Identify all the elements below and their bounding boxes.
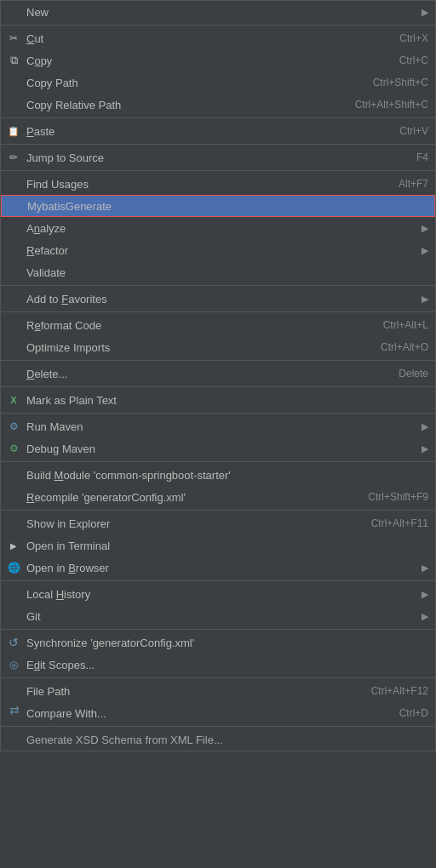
shortcut-delete: Delete bbox=[382, 368, 428, 380]
menu-label-paste: Paste bbox=[26, 125, 382, 138]
shortcut-find-usages: Alt+F7 bbox=[382, 178, 428, 190]
shortcut-reformat-code: Ctrl+Alt+L bbox=[366, 319, 428, 331]
divider-3 bbox=[1, 144, 435, 145]
shortcut-paste: Ctrl+V bbox=[382, 125, 428, 137]
menu-item-open-in-terminal[interactable]: ▶ Open in Terminal bbox=[1, 534, 435, 557]
menu-label-reformat-code: Reformat Code bbox=[26, 319, 366, 332]
pencil-icon: ✏ bbox=[6, 150, 21, 165]
compare-icon: ⇅ bbox=[6, 705, 21, 721]
divider-8 bbox=[1, 386, 435, 387]
menu-item-compare-with[interactable]: ⇅ Compare With... Ctrl+D bbox=[1, 702, 435, 724]
divider-13 bbox=[1, 629, 435, 630]
menu-item-refactor[interactable]: Refactor ▶ bbox=[1, 239, 435, 261]
divider-4 bbox=[1, 170, 435, 171]
menu-label-copy-path: Copy Path bbox=[26, 77, 356, 89]
divider-6 bbox=[1, 311, 435, 312]
context-menu: New ▶ ✂ Cut Ctrl+X ⧉ Copy Ctrl+C Copy Pa… bbox=[0, 0, 436, 751]
menu-label-jump-to-source: Jump to Source bbox=[26, 151, 399, 164]
menu-label-new: New bbox=[26, 6, 422, 19]
copy-icon: ⧉ bbox=[6, 53, 21, 68]
menu-label-file-path: File Path bbox=[26, 685, 354, 698]
menu-item-show-in-explorer[interactable]: Show in Explorer Ctrl+Alt+F11 bbox=[1, 512, 435, 534]
divider-10 bbox=[1, 461, 435, 462]
menu-item-jump-to-source[interactable]: ✏ Jump to Source F4 bbox=[1, 146, 435, 168]
scissors-icon: ✂ bbox=[6, 31, 21, 46]
arrow-icon-debug-maven: ▶ bbox=[422, 443, 428, 454]
menu-item-edit-scopes[interactable]: ◎ Edit Scopes... bbox=[1, 654, 435, 676]
shortcut-copy-path: Ctrl+Shift+C bbox=[356, 77, 428, 89]
shortcut-copy-relative-path: Ctrl+Alt+Shift+C bbox=[338, 99, 428, 111]
shortcut-cut: Ctrl+X bbox=[382, 32, 428, 44]
menu-label-cut: Cut bbox=[26, 32, 382, 45]
menu-label-local-history: Local History bbox=[26, 588, 422, 601]
arrow-icon-open-in-browser: ▶ bbox=[422, 562, 428, 574]
menu-item-copy-path[interactable]: Copy Path Ctrl+Shift+C bbox=[1, 71, 435, 94]
debug-maven-icon: ⚙ bbox=[6, 441, 21, 456]
globe-icon: 🌐 bbox=[6, 560, 21, 575]
divider-14 bbox=[1, 677, 435, 678]
divider-15 bbox=[1, 726, 435, 727]
menu-label-delete: Delete... bbox=[26, 368, 382, 380]
menu-label-run-maven: Run Maven bbox=[26, 420, 422, 433]
menu-item-optimize-imports[interactable]: Optimize Imports Ctrl+Alt+O bbox=[1, 336, 435, 358]
divider-12 bbox=[1, 580, 435, 581]
menu-item-mybatis-generate[interactable]: MybatisGenerate bbox=[1, 195, 435, 217]
menu-label-synchronize: Synchronize 'generatorConfig.xml' bbox=[26, 637, 428, 649]
menu-label-build-module: Build Module 'common-springboot-starter' bbox=[26, 469, 428, 482]
menu-item-open-in-browser[interactable]: 🌐 Open in Browser ▶ bbox=[1, 557, 435, 579]
menu-label-mark-plain-text: Mark as Plain Text bbox=[26, 394, 428, 407]
menu-item-debug-maven[interactable]: ⚙ Debug Maven ▶ bbox=[1, 437, 435, 460]
arrow-icon-favorites: ▶ bbox=[422, 294, 428, 305]
shortcut-show-in-explorer: Ctrl+Alt+F11 bbox=[354, 517, 428, 529]
menu-item-run-maven[interactable]: ⚙ Run Maven ▶ bbox=[1, 415, 435, 437]
sync-icon: ↺ bbox=[6, 635, 21, 650]
menu-item-reformat-code[interactable]: Reformat Code Ctrl+Alt+L bbox=[1, 314, 435, 336]
shortcut-file-path: Ctrl+Alt+F12 bbox=[354, 685, 428, 697]
menu-item-local-history[interactable]: Local History ▶ bbox=[1, 583, 435, 605]
menu-item-recompile[interactable]: Recompile 'generatorConfig.xml' Ctrl+Shi… bbox=[1, 486, 435, 508]
shortcut-copy: Ctrl+C bbox=[382, 54, 428, 66]
menu-item-synchronize[interactable]: ↺ Synchronize 'generatorConfig.xml' bbox=[1, 631, 435, 654]
menu-label-open-in-terminal: Open in Terminal bbox=[26, 540, 428, 552]
divider-1 bbox=[1, 25, 435, 26]
circle-icon: ◎ bbox=[6, 657, 21, 672]
arrow-icon-local-history: ▶ bbox=[422, 589, 428, 600]
shortcut-compare-with: Ctrl+D bbox=[382, 707, 428, 719]
arrow-icon-new: ▶ bbox=[422, 7, 428, 18]
shortcut-optimize-imports: Ctrl+Alt+O bbox=[364, 341, 428, 353]
menu-label-refactor: Refactor bbox=[26, 244, 422, 257]
menu-label-optimize-imports: Optimize Imports bbox=[26, 341, 364, 354]
menu-label-show-in-explorer: Show in Explorer bbox=[26, 517, 354, 530]
menu-label-compare-with: Compare With... bbox=[26, 707, 382, 720]
menu-label-analyze: Analyze bbox=[26, 222, 422, 235]
menu-item-build-module[interactable]: Build Module 'common-springboot-starter' bbox=[1, 464, 435, 486]
menu-item-generate-xsd[interactable]: Generate XSD Schema from XML File... bbox=[1, 728, 435, 751]
menu-item-find-usages[interactable]: Find Usages Alt+F7 bbox=[1, 173, 435, 195]
menu-label-copy: Copy bbox=[26, 54, 382, 67]
menu-item-cut[interactable]: ✂ Cut Ctrl+X bbox=[1, 27, 435, 49]
menu-item-mark-plain-text[interactable]: X Mark as Plain Text bbox=[1, 389, 435, 411]
menu-label-debug-maven: Debug Maven bbox=[26, 443, 422, 455]
arrow-icon-analyze: ▶ bbox=[422, 223, 428, 234]
menu-label-find-usages: Find Usages bbox=[26, 178, 382, 191]
divider-11 bbox=[1, 510, 435, 511]
menu-item-validate[interactable]: Validate bbox=[1, 261, 435, 283]
menu-item-add-to-favorites[interactable]: Add to Favorites ▶ bbox=[1, 288, 435, 310]
menu-label-recompile: Recompile 'generatorConfig.xml' bbox=[26, 491, 351, 504]
excel-icon: X bbox=[6, 392, 21, 408]
menu-item-file-path[interactable]: File Path Ctrl+Alt+F12 bbox=[1, 680, 435, 702]
menu-label-copy-relative-path: Copy Relative Path bbox=[26, 99, 338, 111]
terminal-icon: ▶ bbox=[6, 538, 21, 553]
menu-item-git[interactable]: Git ▶ bbox=[1, 605, 435, 627]
menu-item-copy-relative-path[interactable]: Copy Relative Path Ctrl+Alt+Shift+C bbox=[1, 94, 435, 116]
shortcut-jump-to-source: F4 bbox=[399, 151, 428, 163]
arrow-icon-refactor: ▶ bbox=[422, 245, 428, 256]
menu-item-paste[interactable]: 📋 Paste Ctrl+V bbox=[1, 120, 435, 142]
menu-item-copy[interactable]: ⧉ Copy Ctrl+C bbox=[1, 49, 435, 71]
menu-item-analyze[interactable]: Analyze ▶ bbox=[1, 217, 435, 239]
menu-item-delete[interactable]: Delete... Delete bbox=[1, 363, 435, 385]
menu-label-edit-scopes: Edit Scopes... bbox=[26, 659, 428, 671]
menu-item-new[interactable]: New ▶ bbox=[1, 1, 435, 23]
menu-label-add-to-favorites: Add to Favorites bbox=[26, 293, 422, 306]
paste-icon: 📋 bbox=[6, 123, 21, 139]
